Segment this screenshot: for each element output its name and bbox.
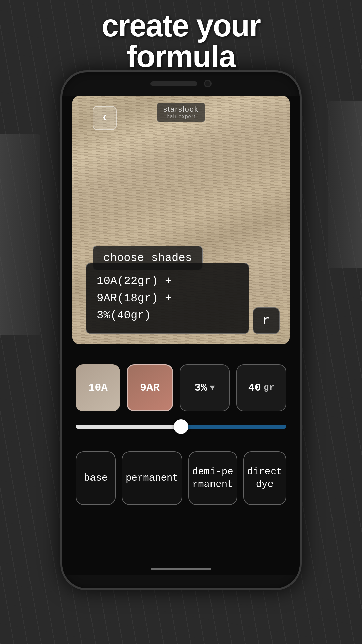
brand-subtitle: hair expert [163,114,199,120]
page-title: create your formula [0,10,362,72]
slider-thumb[interactable] [174,419,188,434]
swatch-3pct[interactable]: 3% ▼ [180,364,230,411]
bg-tool-right [328,101,362,268]
demi-permanent-label: demi-permanent [192,466,233,491]
swatch-10a[interactable]: 10A [76,364,120,411]
unit-label: gr [264,383,274,393]
dropdown-arrow-icon: ▼ [210,383,215,392]
back-chevron-icon: ‹ [101,112,108,124]
swatch-9ar[interactable]: 9AR [127,364,173,411]
home-indicator [151,568,211,570]
permanent-button[interactable]: permanent [122,451,182,505]
base-button[interactable]: base [76,451,116,505]
formula-display: 10A(22gr) + 9AR(18gr) +3%(40gr) [86,263,249,334]
direct-dye-button[interactable]: directdye [243,451,286,505]
hair-color-swatch: ‹ starslook hair expert choose shades 10… [72,96,290,344]
amount-value: 40 [248,382,261,394]
type-buttons-section: base permanent demi-permanent directdye [69,451,293,505]
back-button[interactable]: ‹ [93,106,117,130]
phone-camera [204,80,212,87]
brand-name: starslook [163,105,199,114]
phone-topbar [150,80,212,87]
direct-dye-label: directdye [247,466,282,491]
brand-badge: starslook hair expert [157,103,205,122]
demi-permanent-button[interactable]: demi-permanent [188,451,237,505]
slider-section [76,425,286,429]
ratio-slider[interactable] [76,425,286,429]
amount-display: 40 gr [248,382,275,394]
phone-frame: ‹ starslook hair expert choose shades 10… [60,70,302,590]
bg-tool-left [0,134,40,335]
r-button[interactable]: r [253,307,280,334]
percent-selector: 3% ▼ [194,382,215,394]
swatch-40gr[interactable]: 40 gr [236,364,286,411]
phone-speaker [150,81,197,86]
phone-content: ‹ starslook hair expert choose shades 10… [62,96,300,575]
formula-text: 10A(22gr) + 9AR(18gr) +3%(40gr) [97,273,239,324]
swatches-section: 10A 9AR 3% ▼ 40 gr [69,364,293,411]
